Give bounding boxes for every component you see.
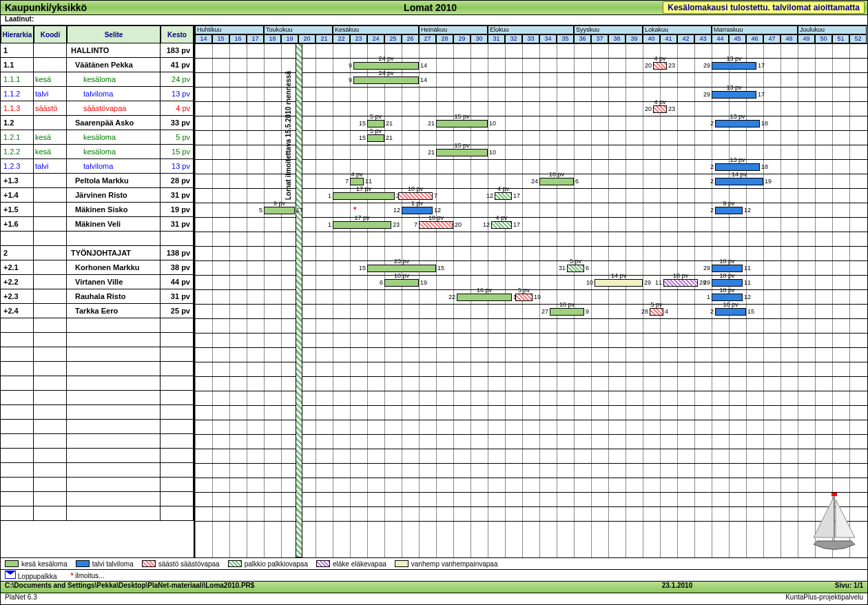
month-label: Marraskuu	[712, 25, 798, 34]
star-icon: *	[71, 572, 74, 580]
table-row: +1.5Mäkinen Sisko19 pv	[1, 203, 194, 217]
header-status: Kesälomakausi tulostettu. talvilomat aio…	[663, 1, 865, 14]
week-label: 38	[608, 34, 626, 43]
legend-item: säästö säästövapaa	[142, 560, 220, 568]
ilmoitus-marker: *	[353, 205, 356, 214]
table-row: 2TYÖNJOHTAJAT138 pv	[1, 246, 194, 260]
week-label: 42	[677, 34, 694, 43]
table-row	[1, 449, 194, 463]
gantt-bar	[398, 192, 433, 200]
table-row: 1.2.2kesäkesäloma15 pv	[1, 145, 194, 159]
table-row	[1, 318, 194, 333]
gantt-bar	[715, 120, 760, 127]
week-label: 44	[712, 34, 729, 43]
col-kesto: Kesto	[161, 25, 194, 43]
footer-date: 23.1.2010	[574, 582, 781, 593]
week-label: 30	[471, 34, 488, 43]
gantt-bar	[712, 62, 756, 70]
week-label: 52	[849, 34, 867, 43]
table-row	[1, 492, 194, 506]
month-label: Kesäkuu	[333, 25, 419, 34]
week-label: 46	[746, 34, 763, 43]
gantt-bar	[367, 265, 436, 272]
table-row: +1.3Peltola Markku28 pv	[1, 174, 194, 188]
gantt-bar	[653, 62, 667, 70]
gantt-bar	[712, 294, 743, 301]
table-row: 1.1Väätänen Pekka41 pv	[1, 58, 194, 72]
week-label: 19	[281, 34, 298, 43]
table-row	[1, 405, 194, 420]
week-label: 24	[367, 34, 384, 43]
week-label: 22	[333, 34, 350, 43]
legend: kesä kesälomatalvi talvilomasäästö sääst…	[1, 557, 867, 570]
gantt-bar	[367, 134, 384, 142]
table-row	[1, 232, 194, 246]
footer-bar: C:\Documents and Settings\Pekka\Desktop\…	[1, 582, 867, 593]
table-row: 1.2.1kesäkesäloma5 pv	[1, 130, 194, 145]
gantt-bar	[333, 221, 391, 229]
gantt-bar	[653, 105, 667, 113]
week-label: 37	[591, 34, 608, 43]
week-label: 20	[298, 34, 316, 43]
week-label: 48	[781, 34, 798, 43]
month-label: Syyskuu	[574, 25, 643, 34]
week-label: 35	[557, 34, 574, 43]
svg-marker-0	[814, 496, 834, 537]
col-hierarkia: Hierarkia	[1, 25, 34, 43]
sailboat-icon	[807, 493, 862, 555]
table-row: +2.3Rauhala Risto31 pv	[1, 289, 194, 304]
month-label: Heinäkuu	[419, 25, 488, 34]
gantt-bar	[264, 207, 295, 214]
gantt-bar	[457, 294, 512, 301]
gantt-bar	[495, 192, 512, 200]
table-row	[1, 347, 194, 362]
gantt-area: Lomat ilmoitettava 15.5.2010 mennessä24 …	[195, 43, 867, 557]
table-row: +2.2Virtanen Ville44 pv	[1, 275, 194, 289]
footer-page: Sivu: 1/1	[781, 582, 867, 593]
table-row: 1.1.1kesäkesäloma24 pv	[1, 72, 194, 87]
legend-item: palkkio palkkiovapaa	[228, 560, 308, 568]
table-row	[1, 362, 194, 376]
week-label: 47	[763, 34, 781, 43]
table-row: 1.1.2talvitalviloma13 pv	[1, 87, 194, 101]
legend-item: vanhemp vanhempainvapaa	[395, 560, 498, 568]
gantt-bar	[436, 120, 488, 127]
table-row: 1HALLINTO183 pv	[1, 43, 194, 58]
month-label: Lokakuu	[643, 25, 712, 34]
table-row	[1, 391, 194, 405]
header-left: Kaupunki/yksikkö	[1, 2, 198, 13]
gantt-bar	[715, 178, 763, 185]
week-label: 45	[729, 34, 746, 43]
gantt-bar	[539, 178, 574, 185]
week-label: 29	[453, 34, 471, 43]
week-label: 14	[195, 34, 212, 43]
week-label: 23	[350, 34, 367, 43]
header-sub: Laatinut:	[1, 15, 867, 25]
week-label: 26	[402, 34, 419, 43]
col-selite: Selite	[67, 25, 161, 43]
gantt-panel: 2010 HuhtikuuToukokuuKesäkuuHeinäkuuElok…	[195, 25, 867, 557]
table-row	[1, 420, 194, 434]
svg-marker-1	[836, 500, 855, 537]
week-label: 32	[505, 34, 522, 43]
gantt-bar	[515, 294, 533, 301]
gantt-bar	[367, 120, 384, 127]
week-label: 18	[264, 34, 281, 43]
month-label: Elokuu	[488, 25, 574, 34]
gantt-bar	[712, 279, 743, 287]
week-label: 33	[522, 34, 539, 43]
table-row	[1, 376, 194, 391]
gantt-bar	[419, 221, 453, 229]
deadline-label: Lomat ilmoitettava 15.5.2010 mennessä	[285, 71, 292, 200]
footer-2: PlaNet 6.3 KuntaPlus-projektipalvelu	[1, 593, 867, 604]
gantt-bar	[567, 265, 584, 272]
gantt-bar	[491, 221, 512, 229]
week-label: 17	[247, 34, 264, 43]
gantt-bar	[715, 308, 746, 316]
table-row: 1.1.3säästösäästövapaa4 pv	[1, 101, 194, 116]
gantt-bar	[650, 308, 663, 316]
gantt-bar	[402, 207, 433, 214]
gantt-bar	[712, 265, 743, 272]
week-label: 16	[229, 34, 247, 43]
timeline-header: 2010 HuhtikuuToukokuuKesäkuuHeinäkuuElok…	[195, 25, 867, 44]
